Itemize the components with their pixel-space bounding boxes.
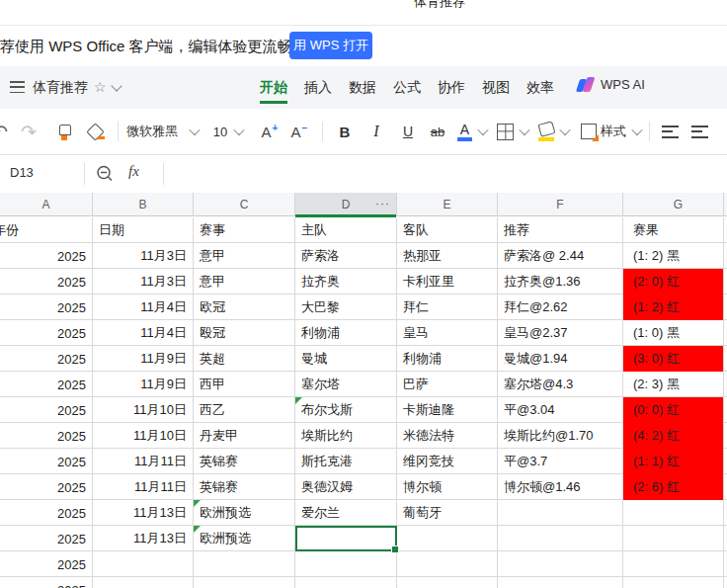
sheet-cell[interactable]: 2025 xyxy=(0,397,93,423)
sheet-header-cell[interactable]: 客队 xyxy=(397,217,498,243)
sheet-cell[interactable]: 2025 xyxy=(0,526,93,551)
sheet-cell[interactable] xyxy=(498,500,623,526)
sheet-header-cell[interactable]: 赛果 xyxy=(623,217,724,243)
sheet-cell[interactable]: 米德法特 xyxy=(397,423,498,449)
tab-home[interactable]: 开始 xyxy=(260,68,287,108)
format-painter-icon[interactable] xyxy=(50,124,78,140)
column-header-E[interactable]: E xyxy=(397,193,498,216)
sheet-header-cell[interactable]: 日期 xyxy=(93,217,194,243)
strikethrough-button[interactable]: ab xyxy=(424,125,451,139)
sheet-cell[interactable] xyxy=(93,577,194,588)
sheet-cell[interactable]: 奥德汉姆 xyxy=(295,474,397,500)
sheet-cell[interactable]: (3: 0) 红 xyxy=(623,346,724,372)
sheet-cell[interactable] xyxy=(397,526,498,551)
tab-insert[interactable]: 插入 xyxy=(304,68,332,108)
font-color-button[interactable]: A xyxy=(457,123,487,141)
fill-color-button[interactable] xyxy=(538,123,569,141)
sheet-cell[interactable]: 殴冠 xyxy=(194,320,295,346)
sheet-cell[interactable]: 卡斯迪隆 xyxy=(397,397,498,423)
sheet-cell[interactable]: 2025 xyxy=(0,294,93,320)
sheet-cell[interactable]: 11月10日 xyxy=(93,397,194,423)
favorite-star-icon[interactable]: ☆ xyxy=(94,79,107,95)
sheet-cell[interactable] xyxy=(194,577,295,588)
sheet-cell[interactable]: 2025 xyxy=(0,320,93,346)
sheet-cell[interactable]: 萨索洛@ 2.44 xyxy=(498,243,623,269)
sheet-cell[interactable] xyxy=(93,551,194,577)
sheet-cell[interactable]: 2025 xyxy=(0,500,93,526)
redo-icon[interactable]: ↷ xyxy=(15,121,42,143)
sheet-cell[interactable]: 利物浦 xyxy=(397,346,498,372)
sheet-header-cell[interactable]: 主队 xyxy=(295,217,397,243)
selected-cell-outline[interactable] xyxy=(295,526,397,551)
sheet-cell[interactable] xyxy=(397,551,498,577)
sheet-cell[interactable]: 2025 xyxy=(0,449,93,474)
sheet-cell[interactable]: 萨索洛 xyxy=(295,243,397,269)
sheet-cell[interactable]: 皇马@2.37 xyxy=(498,320,623,346)
sheet-cell[interactable] xyxy=(295,577,397,588)
sheet-cell[interactable]: 布尔戈斯 xyxy=(295,397,397,423)
align-left-icon[interactable] xyxy=(658,126,682,138)
tab-view[interactable]: 视图 xyxy=(482,68,510,108)
sheet-cell[interactable]: 11月3日 xyxy=(93,269,194,294)
sheet-cell[interactable]: 11月11日 xyxy=(93,474,194,500)
sheet-cell[interactable]: 英锦赛 xyxy=(194,474,295,500)
sheet-cell[interactable]: 丹麦甲 xyxy=(194,423,295,449)
sheet-cell[interactable]: (1: 1) 红 xyxy=(623,449,724,474)
sheet-cell[interactable]: (2: 3) 黑 xyxy=(623,372,724,397)
sheet-header-cell[interactable]: 推荐 xyxy=(498,217,623,243)
sheet-cell[interactable] xyxy=(194,551,295,577)
sheet-cell[interactable]: 平@3.7 xyxy=(498,449,623,474)
sheet-cell[interactable]: 英超 xyxy=(194,346,295,372)
sheet-cell[interactable]: 大巴黎 xyxy=(295,294,397,320)
sheet-cell[interactable]: 拉齐奥 xyxy=(295,269,397,294)
sheet-cell[interactable]: 2025 xyxy=(0,243,93,269)
sheet-cell[interactable]: (1: 2) 红 xyxy=(623,294,724,320)
sheet-cell[interactable]: 葡萄牙 xyxy=(397,500,498,526)
sheet-cell[interactable]: (2: 0) 红 xyxy=(623,269,724,294)
font-name-select[interactable]: 微软雅黑 xyxy=(126,123,199,140)
sheet-header-cell[interactable]: 年份 xyxy=(0,217,93,243)
undo-icon[interactable]: ↶ xyxy=(0,121,7,143)
sheet-cell[interactable]: 热那亚 xyxy=(397,243,498,269)
sheet-cell[interactable]: 欧冠 xyxy=(194,294,295,320)
sheet-cell[interactable]: 11月4日 xyxy=(93,294,194,320)
sheet-cell[interactable] xyxy=(623,577,724,588)
cell-styles-button[interactable]: 样式 xyxy=(581,123,641,140)
tab-data[interactable]: 数据 xyxy=(349,68,376,108)
bold-button[interactable]: B xyxy=(331,124,359,140)
column-menu-dots-icon[interactable]: ··· xyxy=(375,197,390,210)
sheet-cell[interactable]: 11月9日 xyxy=(93,372,194,397)
font-size-select[interactable]: 10 xyxy=(212,125,243,139)
sheet-header-cell[interactable]: 赛事 xyxy=(194,217,295,243)
sheet-cell[interactable]: 欧洲预选 xyxy=(194,526,295,551)
column-header-B[interactable]: B xyxy=(93,193,194,216)
sheet-cell[interactable]: 意甲 xyxy=(194,243,295,269)
sheet-cell[interactable]: (2: 6) 红 xyxy=(623,474,724,500)
sheet-cell[interactable]: 爱尔兰 xyxy=(295,500,397,526)
hamburger-menu-icon[interactable] xyxy=(10,81,25,93)
sheet-cell[interactable]: 11月4日 xyxy=(93,320,194,346)
borders-button[interactable] xyxy=(497,124,528,140)
sheet-cell[interactable]: 维冈竞技 xyxy=(397,449,498,474)
sheet-cell[interactable]: 11月13日 xyxy=(93,526,194,551)
sheet-cell[interactable]: 埃斯比约@1.70 xyxy=(498,423,623,449)
sheet-cell[interactable]: 巴萨 xyxy=(397,372,498,397)
sheet-cell[interactable]: 欧洲预选 xyxy=(194,500,295,526)
italic-button[interactable]: I xyxy=(363,123,390,140)
sheet-cell[interactable]: 埃斯比约 xyxy=(295,423,397,449)
sheet-cell[interactable]: 拜仁 xyxy=(397,294,498,320)
tab-efficiency[interactable]: 效率 xyxy=(526,68,554,108)
sheet-cell[interactable]: 卡利亚里 xyxy=(397,269,498,294)
sheet-cell[interactable]: 2025 xyxy=(0,372,93,397)
zoom-out-magnifier-icon[interactable] xyxy=(95,164,115,184)
column-header-G[interactable]: G xyxy=(623,193,724,216)
tab-collaborate[interactable]: 协作 xyxy=(438,68,465,108)
sheet-cell[interactable]: 意甲 xyxy=(194,269,295,294)
sheet-cell[interactable]: (4: 2) 红 xyxy=(623,423,724,449)
sheet-cell[interactable]: 西乙 xyxy=(194,397,295,423)
wps-ai-button[interactable]: WPS AI xyxy=(578,77,645,92)
sheet-cell[interactable] xyxy=(623,526,724,551)
sheet-cell[interactable]: (1: 2) 黑 xyxy=(623,243,724,269)
sheet-cell[interactable]: (0: 0) 红 xyxy=(623,397,724,423)
sheet-cell[interactable]: 曼城@1.94 xyxy=(498,346,623,372)
